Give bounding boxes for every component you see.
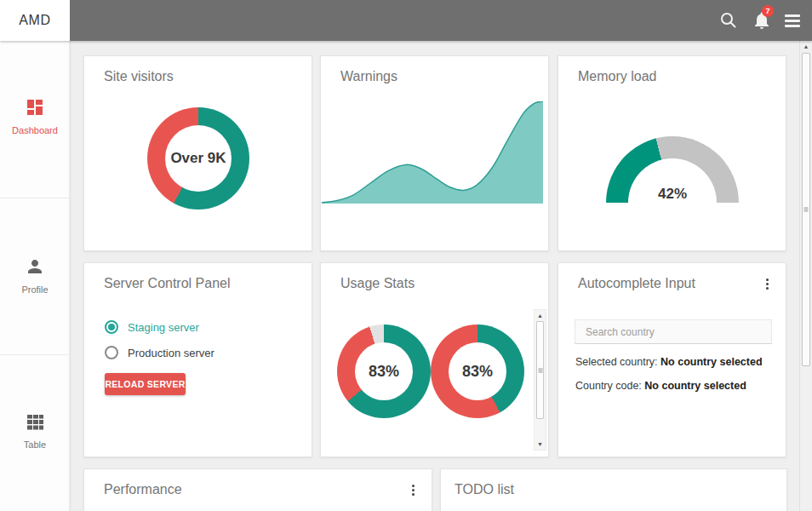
hamburger-menu-icon[interactable] (785, 14, 807, 37)
kebab-menu-icon[interactable] (404, 481, 421, 500)
card-scrollbar[interactable]: ▲ ▼ (534, 309, 546, 451)
sidebar-item-label: Profile (0, 284, 70, 295)
radio-production-server[interactable]: Production server (105, 346, 214, 359)
warnings-area-chart (322, 101, 543, 204)
usage-stats-donut-2: 83% (431, 324, 524, 418)
sidebar-item-dashboard[interactable]: Dashboard (0, 97, 70, 135)
scrollbar-thumb[interactable] (802, 53, 810, 366)
usage-stats-donut-1: 83% (337, 324, 431, 418)
reload-server-button[interactable]: RELOAD SERVER (105, 373, 186, 395)
site-visitors-donut-chart: Over 9K (147, 107, 249, 210)
scroll-up-arrow-icon[interactable]: ▲ (535, 310, 546, 321)
gauge-value-label: 42% (606, 186, 739, 203)
card-site-visitors: Site visitors Over 9K (83, 55, 312, 251)
country-code-value: No country selected (644, 380, 746, 392)
notifications-bell-icon[interactable]: 7 (752, 10, 774, 32)
selected-country-value: No country selected (660, 356, 762, 368)
page-scrollbar[interactable]: ▲ (799, 41, 812, 511)
card-title: TODO list (455, 482, 514, 497)
radio-button-selected[interactable] (105, 320, 118, 334)
app-logo: AMD (0, 0, 70, 41)
sidebar-divider (0, 198, 70, 198)
card-usage-stats: Usage Stats 83% 83% ▲ ▼ (320, 262, 549, 457)
donut-center-label: 83% (431, 324, 524, 418)
country-code-label: Country code: (575, 380, 642, 392)
card-autocomplete: Autocomplete Input Selected country: No … (558, 262, 786, 457)
card-performance: Performance (83, 468, 432, 511)
sidebar-item-label: Dashboard (0, 125, 70, 135)
memory-load-gauge-chart: 42% (606, 136, 739, 203)
kebab-menu-icon[interactable] (758, 275, 775, 294)
card-title: Server Control Panel (104, 276, 231, 291)
selected-country-line: Selected country: No country selected (575, 356, 763, 368)
card-server-control: Server Control Panel Staging server Prod… (83, 262, 312, 457)
card-title: Warnings (340, 69, 397, 84)
scrollbar-thumb[interactable] (536, 321, 544, 419)
radio-label[interactable]: Staging server (128, 321, 199, 334)
donut-center-label: Over 9K (147, 107, 249, 210)
scroll-down-arrow-icon[interactable]: ▼ (535, 439, 546, 450)
sidebar-item-profile[interactable]: Profile (0, 256, 70, 295)
donut-center-label: 83% (337, 324, 431, 418)
card-title: Memory load (578, 69, 656, 84)
card-title: Autocomplete Input (578, 276, 695, 291)
card-title: Site visitors (104, 69, 174, 84)
scrollbar-grip (538, 367, 542, 373)
sidebar-divider (0, 354, 70, 355)
sidebar-nav: Dashboard Profile Table (0, 41, 70, 511)
search-country-input[interactable] (575, 319, 772, 344)
sidebar-item-table[interactable]: Table (0, 411, 70, 450)
card-warnings: Warnings (320, 55, 549, 251)
person-icon (25, 265, 45, 279)
radio-staging-server[interactable]: Staging server (105, 320, 199, 334)
radio-button-unselected[interactable] (105, 346, 118, 359)
top-app-bar: AMD 7 (0, 0, 812, 41)
notification-count-badge: 7 (762, 5, 774, 17)
table-grid-icon (25, 420, 45, 434)
card-title: Usage Stats (340, 276, 415, 291)
country-code-line: Country code: No country selected (575, 380, 746, 392)
selected-country-label: Selected country: (575, 356, 658, 368)
card-todo-list: TODO list (440, 468, 787, 511)
card-title: Performance (104, 482, 182, 497)
card-memory-load: Memory load 42% (558, 55, 786, 251)
search-icon[interactable] (718, 10, 741, 32)
scroll-up-arrow-icon[interactable]: ▲ (800, 41, 812, 52)
dashboard-icon (25, 106, 45, 120)
radio-label[interactable]: Production server (128, 347, 214, 359)
sidebar-item-label: Table (0, 439, 70, 450)
scrollbar-grip (804, 207, 809, 213)
